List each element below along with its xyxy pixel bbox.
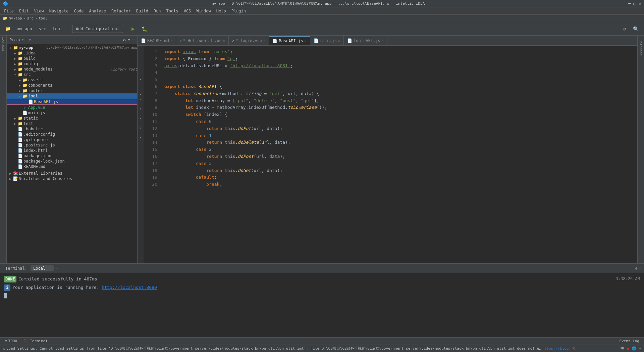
- minimize-button[interactable]: ─: [628, 1, 631, 6]
- tree-packagejson[interactable]: 📄 package.json: [7, 153, 137, 159]
- tree-mainjs[interactable]: 📄 main.js: [7, 110, 137, 116]
- toolbar-right: ⚙ 🔍: [621, 25, 641, 33]
- tree-build[interactable]: ▶ 📁 build: [7, 56, 137, 61]
- menu-build[interactable]: Build: [133, 8, 151, 14]
- database-sidebar-tab[interactable]: Database: [638, 37, 644, 58]
- tab-loginapi[interactable]: 📄 loginAPI.js ×: [344, 36, 387, 45]
- event-log-button[interactable]: Event Log: [617, 339, 641, 344]
- terminal-tab-bottom[interactable]: ⬛ Terminal: [22, 339, 50, 344]
- menu-window[interactable]: Window: [194, 8, 213, 14]
- tree-src[interactable]: ▾ 📁 src: [7, 72, 137, 77]
- tree-static[interactable]: ▶ 📁 static: [7, 116, 137, 121]
- breadcrumb-myapp[interactable]: my-app: [9, 16, 22, 20]
- gutter-12: [140, 101, 141, 106]
- restore-button[interactable]: □: [633, 1, 636, 6]
- menu-refactor[interactable]: Refactor: [109, 8, 133, 14]
- menu-vcs[interactable]: VCS: [181, 8, 194, 14]
- close-button[interactable]: ×: [639, 1, 641, 6]
- menu-tools[interactable]: Tools: [164, 8, 181, 14]
- tree-test[interactable]: ▶ 📁 test: [7, 121, 137, 126]
- tab-baseapi-close[interactable]: ×: [305, 39, 307, 43]
- menu-view[interactable]: View: [32, 8, 47, 14]
- terminal-minimize-icon[interactable]: ─: [639, 266, 641, 271]
- menu-code[interactable]: Code: [71, 8, 87, 14]
- tree-postcss[interactable]: 📄 .postcssrc.js: [7, 142, 137, 148]
- terminal-area: Terminal: Local × + ⚙ ─ DONECompiled suc…: [0, 263, 644, 337]
- tab-helloworld[interactable]: ✔ * HelloWorld.vue ×: [176, 36, 229, 45]
- menu-analyze[interactable]: Analyze: [86, 8, 109, 14]
- menu-edit[interactable]: Edit: [16, 8, 32, 14]
- tree-readme[interactable]: 📄 README.md: [7, 164, 137, 169]
- right-sidebar: Database: [637, 36, 644, 263]
- tree-babelrc[interactable]: 📄 .babelrc: [7, 126, 137, 132]
- toolbar-sep2: [126, 26, 126, 32]
- breadcrumb-src[interactable]: src: [27, 16, 34, 20]
- editor-area: 📄 README.md × ✔ * HelloWorld.vue × ✔ * l…: [138, 36, 637, 263]
- debug-button[interactable]: 🐛: [139, 25, 150, 33]
- todo-tab[interactable]: ≡ TODO: [3, 339, 19, 344]
- gutter-3: [140, 58, 141, 63]
- add-configuration-button[interactable]: Add Configuration…: [72, 25, 123, 33]
- tree-baseapi[interactable]: 📄 BaseAPI.js: [7, 99, 137, 105]
- menu-file[interactable]: File: [1, 8, 16, 14]
- tree-myapp[interactable]: ▾ 📁 my-app D:\01作业\01JavaEE\04大作业\01源码\0…: [7, 45, 137, 50]
- code-editor[interactable]: ▾ ▾ ▾ ▾ ▾ ▾ ▾ 1 2 3 4: [138, 46, 637, 263]
- settings-button[interactable]: ⚙: [621, 25, 629, 33]
- tab-login[interactable]: ✔ * login.vue ×: [229, 36, 269, 45]
- menubar: File Edit View Navigate Code Analyze Ref…: [0, 7, 644, 15]
- code-content[interactable]: import axios from 'axios'; import { Prom…: [160, 46, 637, 263]
- terminal-cursor: █: [4, 293, 7, 298]
- tree-idea[interactable]: ▶ 📁 .idea: [7, 50, 137, 56]
- project-sidebar-tab[interactable]: Project: [1, 37, 5, 51]
- run-message: Your application is running here:: [12, 285, 99, 290]
- tree-config[interactable]: ▶ 📁 config: [7, 61, 137, 67]
- tree-appvue[interactable]: ✔ App.vue: [7, 105, 137, 110]
- project-header: Project ▾ ⚙ ≡ ─: [7, 36, 137, 44]
- tab-loginapi-close[interactable]: ×: [382, 39, 384, 43]
- tree-node-modules[interactable]: ▶ 📁 node_modules library root: [7, 67, 137, 72]
- tree-packagelockjson[interactable]: 📄 package-lock.json: [7, 159, 137, 164]
- compile-success-line: DONECompiled successfully in 487ms3:38:2…: [4, 276, 640, 283]
- tab-login-close[interactable]: ×: [263, 39, 265, 43]
- terminal-settings-icon[interactable]: ⚙: [635, 266, 638, 271]
- tab-helloworld-close[interactable]: ×: [223, 39, 225, 43]
- gutter-6: [140, 73, 141, 77]
- tree-editorconfig[interactable]: 📄 .editorconfig: [7, 132, 137, 137]
- project-name-label: 📁: [3, 25, 13, 33]
- tab-mainjs-close[interactable]: ×: [338, 39, 340, 43]
- tab-baseapi[interactable]: 📄 BaseAPI.js ×: [269, 36, 310, 45]
- titlebar: 🔷 my-app – D:\01作业\01JavaEE\04大作业\01源码\0…: [0, 0, 644, 7]
- terminal-content[interactable]: DONECompiled successfully in 487ms3:38:2…: [0, 273, 644, 337]
- tree-router[interactable]: ▶ 📁 router: [7, 88, 137, 93]
- project-settings-icon[interactable]: ⚙: [123, 38, 125, 42]
- menu-run[interactable]: Run: [151, 8, 164, 14]
- tree-assets[interactable]: ▶ 📁 assets: [7, 77, 137, 83]
- tab-readme[interactable]: 📄 README.md ×: [138, 36, 176, 45]
- project-minimize-icon[interactable]: ─: [132, 38, 135, 42]
- blog-url[interactable]: ttps://blog.: [544, 346, 571, 351]
- tree-components[interactable]: ▶ 📁 components: [7, 83, 137, 88]
- tab-mainjs[interactable]: 📄 main.js ×: [310, 36, 344, 45]
- toolbar: 📁 my-app src tool Add Configuration… ▶ 🐛…: [0, 22, 644, 36]
- tab-local-close[interactable]: ×: [49, 267, 51, 270]
- project-layout-icon[interactable]: ≡: [128, 38, 130, 42]
- ime-indicator[interactable]: 中: [621, 346, 624, 351]
- menu-help[interactable]: Help: [214, 8, 229, 14]
- menu-navigate[interactable]: Navigate: [47, 8, 71, 14]
- tab-terminal[interactable]: Terminal:: [3, 265, 30, 271]
- tree-tool[interactable]: ▾ 📁 tool: [7, 93, 137, 99]
- run-button[interactable]: ▶: [129, 24, 138, 33]
- tree-scratches[interactable]: ▶ 📝 Scratches and Consoles: [7, 176, 137, 181]
- search-everywhere-button[interactable]: 🔍: [630, 25, 641, 33]
- breadcrumb-tool[interactable]: tool: [39, 16, 48, 20]
- tab-readme-close[interactable]: ×: [170, 39, 172, 43]
- gutter-18: [140, 131, 141, 135]
- tree-indexhtml[interactable]: 📄 index.html: [7, 148, 137, 153]
- localhost-url[interactable]: http://localhost:8080: [102, 285, 157, 290]
- breadcrumb-project[interactable]: 📁: [3, 16, 7, 20]
- add-terminal-button[interactable]: +: [54, 265, 59, 271]
- tab-local[interactable]: Local ×: [31, 265, 54, 271]
- tree-gitignore[interactable]: 📄 .gitignore: [7, 137, 137, 142]
- tree-external-libraries[interactable]: ▶ 📚 External Libraries: [7, 171, 137, 176]
- menu-plugin[interactable]: Plugin: [229, 8, 249, 14]
